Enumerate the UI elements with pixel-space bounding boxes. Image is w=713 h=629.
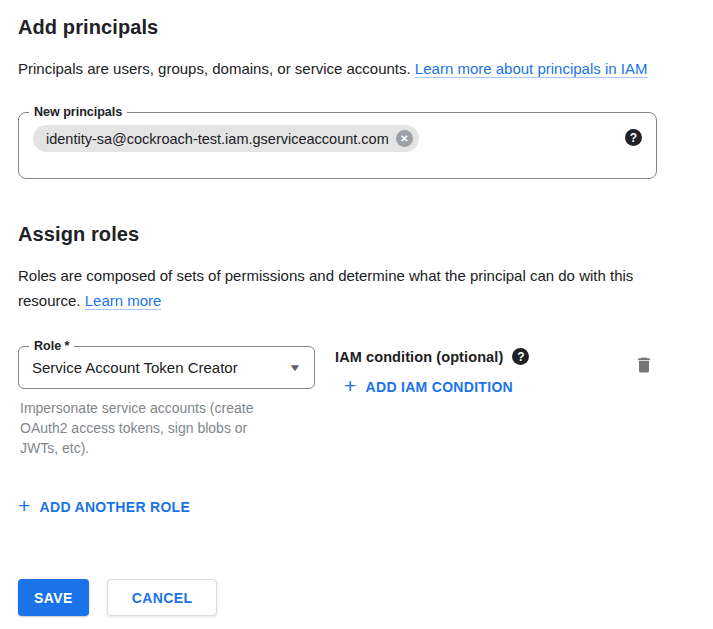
- role-select[interactable]: Role * Service Account Token Creator ▼: [18, 346, 315, 389]
- iam-condition-column: IAM condition (optional) ? + ADD IAM CON…: [335, 346, 632, 398]
- chevron-down-icon: ▼: [288, 362, 302, 373]
- role-select-value: Service Account Token Creator: [32, 359, 238, 376]
- delete-icon: [634, 364, 654, 379]
- principal-chip-text: identity-sa@cockroach-test.iam.gservicea…: [46, 131, 389, 147]
- add-principals-panel: Add principals Principals are users, gro…: [0, 0, 713, 313]
- principals-description-text: Principals are users, groups, domains, o…: [18, 60, 411, 77]
- new-principals-label: New principals: [29, 105, 127, 120]
- iam-condition-label: IAM condition (optional): [335, 349, 503, 365]
- add-iam-condition-button[interactable]: + ADD IAM CONDITION: [344, 378, 513, 396]
- page-title: Add principals: [18, 16, 695, 39]
- dialog-actions: SAVE CANCEL: [18, 579, 713, 616]
- add-another-role-button[interactable]: + ADD ANOTHER ROLE: [18, 498, 190, 516]
- principals-description: Principals are users, groups, domains, o…: [18, 56, 678, 81]
- save-button[interactable]: SAVE: [18, 579, 89, 616]
- cancel-button[interactable]: CANCEL: [107, 579, 218, 616]
- delete-role-column: [632, 346, 656, 381]
- assign-roles-description: Roles are composed of sets of permission…: [18, 263, 678, 313]
- role-binding-row: Role * Service Account Token Creator ▼ I…: [18, 346, 658, 458]
- role-column: Role * Service Account Token Creator ▼ I…: [18, 346, 315, 458]
- role-helper-text: Impersonate service accounts (create OAu…: [18, 398, 286, 458]
- add-iam-condition-label: ADD IAM CONDITION: [366, 379, 513, 395]
- learn-more-principals-link[interactable]: Learn more about principals in IAM: [415, 60, 648, 77]
- new-principals-help-icon[interactable]: ?: [625, 129, 642, 146]
- plus-icon: +: [18, 497, 31, 515]
- remove-principal-icon[interactable]: ✕: [396, 130, 413, 147]
- learn-more-roles-link[interactable]: Learn more: [85, 292, 162, 309]
- new-principals-field[interactable]: New principals identity-sa@cockroach-tes…: [18, 112, 657, 179]
- add-another-role-label: ADD ANOTHER ROLE: [40, 499, 191, 515]
- assign-roles-title: Assign roles: [18, 223, 695, 246]
- principal-chip[interactable]: identity-sa@cockroach-test.iam.gservicea…: [33, 125, 419, 152]
- delete-role-button[interactable]: [632, 352, 656, 381]
- plus-icon: +: [344, 377, 357, 395]
- role-select-label: Role *: [29, 339, 74, 354]
- iam-condition-help-icon[interactable]: ?: [512, 348, 529, 365]
